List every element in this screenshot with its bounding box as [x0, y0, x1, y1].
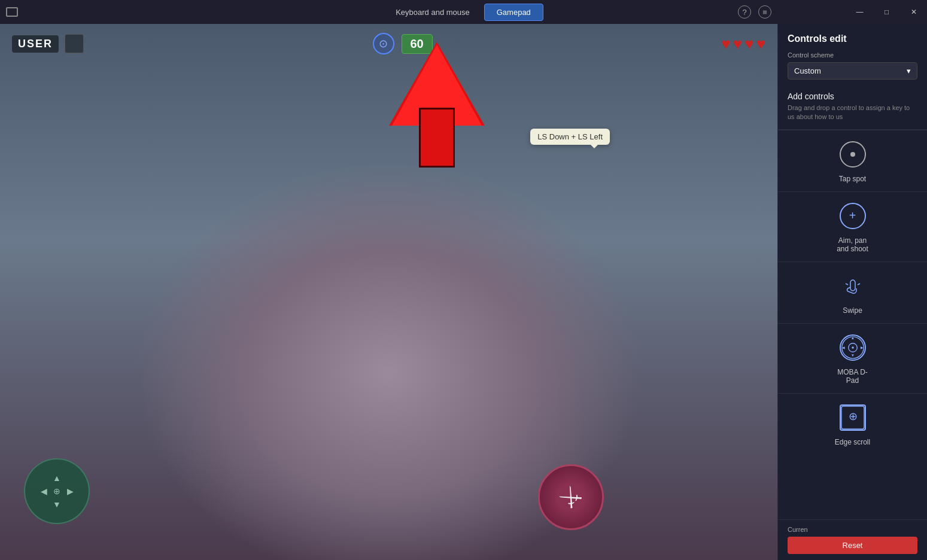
tab-keyboard[interactable]: Keyboard and mouse	[384, 4, 482, 21]
swipe-icon-wrap	[840, 273, 866, 299]
svg-point-2	[852, 346, 854, 349]
control-item-moba[interactable]: ▲ ▼ ◀ ▶ MOBA D-Pad	[778, 323, 927, 393]
arrow-shape	[389, 42, 485, 174]
svg-text:▶: ▶	[860, 345, 863, 349]
add-controls-section: Add controls Drag and drop a control to …	[778, 87, 927, 129]
control-item-swipe[interactable]: Swipe	[778, 261, 927, 323]
panel-bottom: Curren Reset	[778, 519, 927, 560]
scheme-label: Control scheme	[788, 51, 917, 59]
control-item-aim[interactable]: Aim, panand shoot	[778, 191, 927, 261]
edge-scroll-icon: ⊕	[837, 402, 868, 433]
svg-text:◀: ◀	[842, 345, 845, 349]
aim-circle	[840, 203, 866, 229]
moba-label: MOBA D-Pad	[837, 368, 868, 385]
current-label: Curren	[788, 526, 917, 533]
top-bar-right: ? ≡	[738, 5, 771, 19]
aim-label: Aim, panand shoot	[837, 236, 868, 253]
swipe-icon	[837, 270, 868, 302]
scheme-section: Control scheme Custom ▾	[778, 47, 927, 87]
swipe-label: Swipe	[843, 306, 862, 315]
moba-icon: ▲ ▼ ◀ ▶	[837, 332, 868, 363]
main-content: USER ⊙ 60 ♥ ♥ ♥ ♥ LS Down + LS Left	[0, 24, 927, 560]
scheme-dropdown[interactable]: Custom ▾	[788, 62, 917, 80]
control-items: Tap spot Aim, panand shoot	[778, 130, 927, 455]
scheme-value: Custom	[794, 66, 821, 75]
game-area: USER ⊙ 60 ♥ ♥ ♥ ♥ LS Down + LS Left	[0, 24, 777, 560]
chevron-down-icon: ▾	[907, 66, 911, 75]
tooltip-bubble: LS Down + LS Left	[530, 129, 610, 145]
dpad[interactable]: ▲ ◀⊕▶ ▼	[24, 458, 90, 524]
tab-gamepad[interactable]: Gamepad	[484, 4, 543, 21]
edge-scroll-box: ⊕	[840, 404, 866, 431]
edge-scroll-label: Edge scroll	[835, 438, 870, 446]
tab-container: Keyboard and mouse Gamepad	[384, 4, 543, 21]
control-item-edge-scroll[interactable]: ⊕ Edge scroll	[778, 393, 927, 455]
minimize-button[interactable]: —	[846, 0, 873, 24]
tap-circle-inner	[850, 152, 855, 157]
help-button[interactable]: ?	[738, 5, 751, 19]
dpad-arrows: ▲ ◀⊕▶ ▼	[38, 472, 76, 510]
tap-spot-icon	[837, 139, 868, 170]
control-item-tap-spot[interactable]: Tap spot	[778, 130, 927, 191]
window-icon	[6, 7, 18, 17]
hud-left: USER	[12, 34, 84, 53]
reset-button[interactable]: Reset	[788, 537, 917, 554]
inventory-slot	[65, 34, 84, 53]
menu-button[interactable]: ≡	[758, 5, 771, 19]
user-tag: USER	[12, 35, 59, 53]
add-controls-title: Add controls	[788, 92, 917, 101]
top-bar: Keyboard and mouse Gamepad ? ≡ — □ ✕	[0, 0, 927, 24]
heart-3: ♥	[744, 35, 753, 53]
moba-circle: ▲ ▼ ◀ ▶	[840, 334, 866, 361]
aim-icon	[837, 200, 868, 232]
close-button[interactable]: ✕	[900, 0, 927, 24]
svg-text:▲: ▲	[850, 336, 854, 340]
svg-text:▼: ▼	[850, 353, 854, 357]
window-controls: — □ ✕	[846, 0, 927, 24]
maximize-button[interactable]: □	[873, 0, 900, 24]
arrow-body	[419, 108, 455, 168]
right-panel: Controls edit Control scheme Custom ▾ Ad…	[777, 24, 927, 560]
tap-circle	[840, 141, 866, 168]
panel-title: Controls edit	[778, 24, 927, 47]
tap-spot-label: Tap spot	[839, 175, 866, 183]
sword-icon: ⚔	[554, 480, 588, 515]
heart-1: ♥	[721, 35, 730, 53]
sword-button[interactable]: ⚔	[538, 464, 604, 530]
dpad-overlay[interactable]: ▲ ◀⊕▶ ▼	[24, 458, 90, 524]
heart-2: ♥	[733, 35, 742, 53]
top-bar-left	[6, 7, 23, 17]
heart-4: ♥	[756, 35, 765, 53]
hud-right: ♥ ♥ ♥ ♥	[721, 35, 765, 53]
add-controls-desc: Drag and drop a control to assign a key …	[788, 104, 917, 122]
svg-text:⊕: ⊕	[848, 410, 857, 422]
